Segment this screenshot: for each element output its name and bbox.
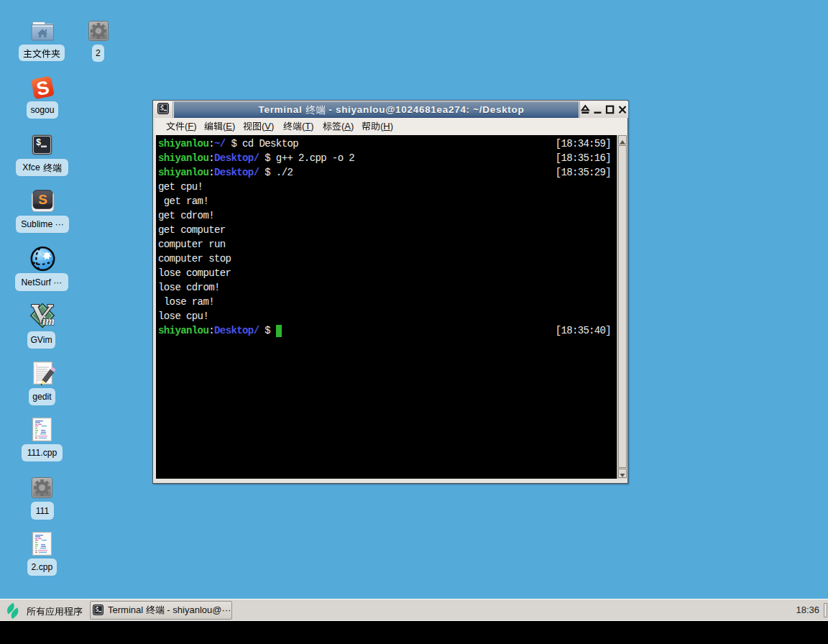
svg-text:$: $ [36, 138, 41, 148]
svg-text:S: S [38, 192, 47, 207]
svg-text:im: im [42, 315, 55, 327]
